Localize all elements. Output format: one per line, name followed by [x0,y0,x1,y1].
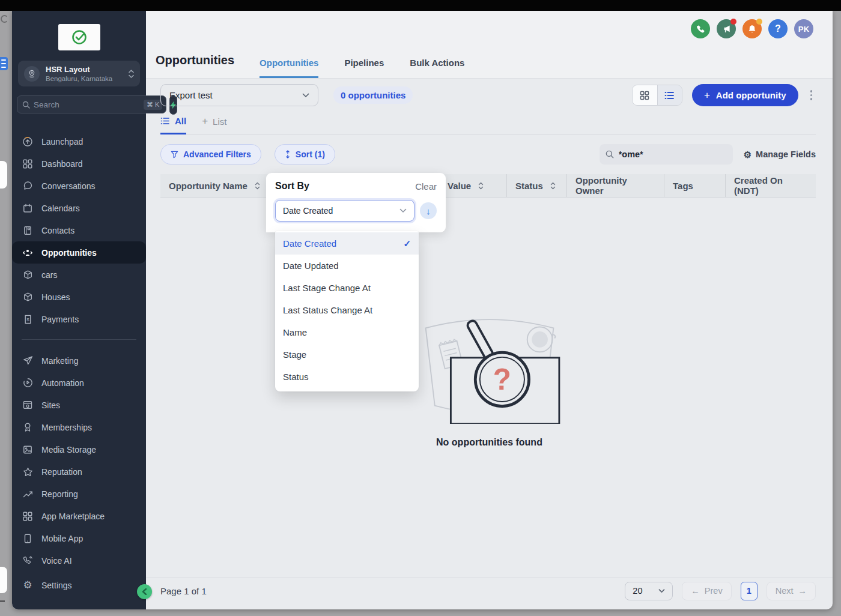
dashboard-icon [22,159,33,169]
notifications-button[interactable] [742,19,762,38]
sort-option-date-created[interactable]: Date Created ✓ [275,232,419,255]
send-icon [22,355,33,366]
voice-phone-icon [22,556,33,565]
sidebar: HSR Layout Bengaluru, Karnataka ⌘ K Laun… [12,11,146,609]
search-icon [606,150,614,159]
filter-row: Advanced Filters Sort (1) ⚙ Manage Field… [160,144,816,165]
prev-page-button[interactable]: ← Prev [682,582,731,600]
chevron-updown-icon [129,70,134,78]
column-opportunity-owner[interactable]: Opportunity Owner [566,174,664,197]
sidebar-item-opportunities[interactable]: Opportunities [12,241,146,264]
desktop-menu-bar [0,0,841,11]
opportunity-count-link[interactable]: 0 opportunities [333,86,413,104]
tab-bulk-actions[interactable]: Bulk Actions [410,58,464,78]
sidebar-item-houses[interactable]: Houses [12,286,146,308]
help-button[interactable]: ? [768,19,788,38]
sidebar-search[interactable]: ⌘ K [17,95,166,113]
column-tags[interactable]: Tags [664,174,725,197]
page-title: Opportunities [156,53,234,78]
location-city: Bengaluru, Karnataka [46,75,123,82]
sort-field-select[interactable]: Date Created [275,200,414,222]
sidebar-item-automation[interactable]: Automation [12,372,146,394]
grid-view-button[interactable] [633,85,657,105]
sidebar-item-reputation[interactable]: Reputation [12,460,146,483]
sidebar-item-memberships[interactable]: Memberships [12,416,146,438]
phone-button[interactable] [691,19,710,38]
sort-option-stage[interactable]: Stage [275,343,419,366]
column-created-on[interactable]: Created On (NDT) [725,174,816,197]
check-icon: ✓ [403,238,411,249]
list-view-button[interactable] [657,85,682,105]
sidebar-item-contacts[interactable]: Contacts [12,219,146,241]
sidebar-item-label: Marketing [41,356,78,366]
sort-indicator-icon [478,182,484,190]
toolbar: Export test 0 opportunities + [160,84,816,106]
page-header: Opportunities Opportunities Pipelines Bu… [146,11,833,79]
sidebar-item-conversations[interactable]: Conversations [12,175,146,197]
sort-option-status[interactable]: Status [275,366,419,388]
more-options-button[interactable] [807,86,816,104]
chevron-down-icon [302,93,309,98]
table-search[interactable] [600,144,733,165]
advanced-filters-button[interactable]: Advanced Filters [160,144,261,165]
content-area: Export test 0 opportunities + [146,79,833,609]
sidebar-item-voice-ai[interactable]: Voice AI [12,549,146,572]
plus-icon: + [202,115,208,127]
tab-all[interactable]: All [160,115,186,134]
user-avatar[interactable]: PK [794,19,813,38]
sidebar-item-label: cars [41,270,57,280]
column-status[interactable]: Status [506,174,566,197]
sort-button[interactable]: Sort (1) [275,144,335,165]
tab-pipelines[interactable]: Pipelines [344,58,384,78]
table-search-input[interactable] [619,149,727,159]
location-name: HSR Layout [46,65,123,74]
sidebar-item-payments[interactable]: $ Payments [12,308,146,330]
funnel-icon [171,151,178,159]
saved-view-value: Export test [169,90,213,100]
sort-option-last-stage-change[interactable]: Last Stage Change At [275,277,419,299]
background-artifact [0,600,5,602]
location-info: HSR Layout Bengaluru, Karnataka [46,65,123,82]
list-tabs: All + List [160,115,816,134]
sidebar-item-sites[interactable]: Sites [12,394,146,416]
next-page-button[interactable]: Next → [767,582,816,600]
sort-field-value: Date Created [283,206,333,216]
page-size-select[interactable]: 20 [625,582,673,600]
arrow-down-icon: ↓ [426,206,431,216]
sort-option-last-status-change[interactable]: Last Status Change At [275,299,419,321]
tab-opportunities[interactable]: Opportunities [260,58,318,78]
saved-view-select[interactable]: Export test [160,84,318,106]
phone-icon [696,25,705,34]
chevron-down-icon [399,208,407,213]
sidebar-item-app-marketplace[interactable]: App Marketplace [12,505,146,527]
sidebar-item-mobile-app[interactable]: Mobile App [12,527,146,549]
sidebar-item-dashboard[interactable]: Dashboard [12,152,146,175]
sidebar-item-launchpad[interactable]: Launchpad [12,130,146,152]
bell-icon [748,25,756,34]
sidebar-item-cars[interactable]: cars [12,264,146,286]
sidebar-item-reporting[interactable]: Reporting [12,483,146,505]
announcements-button[interactable] [717,19,736,38]
sidebar-item-label: Launchpad [41,137,83,146]
search-input[interactable] [34,100,140,109]
sidebar-collapse-button[interactable] [137,584,152,599]
sort-option-name[interactable]: Name [275,321,419,343]
sidebar-item-calendars[interactable]: Calendars [12,197,146,219]
manage-fields-button[interactable]: ⚙ Manage Fields [744,149,816,159]
sidebar-item-settings[interactable]: ⚙ Settings [12,574,146,596]
sidebar-item-label: Payments [41,315,79,324]
launchpad-icon [22,136,33,147]
sidebar-item-label: Opportunities [41,248,97,258]
location-switcher[interactable]: HSR Layout Bengaluru, Karnataka [18,61,140,86]
notification-badge [756,19,762,25]
sidebar-item-label: Mobile App [41,534,83,543]
sort-direction-button[interactable]: ↓ [420,202,437,219]
add-list-button[interactable]: + List [202,115,226,134]
sidebar-item-label: App Marketplace [41,512,105,521]
add-opportunity-button[interactable]: + Add opportunity [692,84,798,106]
sort-clear-button[interactable]: Clear [415,181,437,192]
sidebar-item-marketing[interactable]: Marketing [12,349,146,372]
sort-option-date-updated[interactable]: Date Updated [275,255,419,277]
current-page-button[interactable]: 1 [741,582,758,600]
sidebar-item-media-storage[interactable]: Media Storage [12,438,146,460]
